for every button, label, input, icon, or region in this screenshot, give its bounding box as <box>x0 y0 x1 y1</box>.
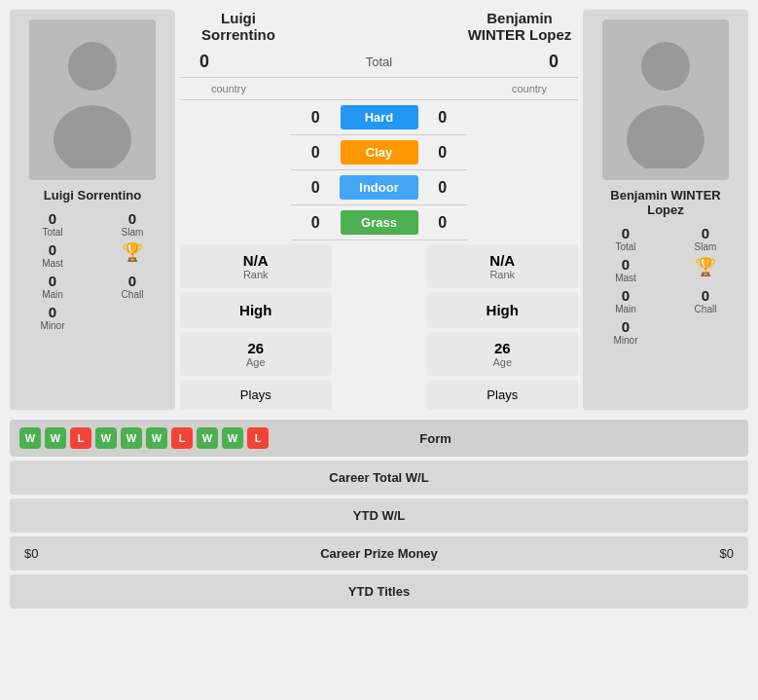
surface-score-left-2: 0 <box>291 179 340 197</box>
total-row: 0 Total 0 <box>180 47 578 78</box>
right-player-card: Benjamin WINTER Lopez 0 Total 0 Slam 0 M… <box>583 10 748 410</box>
form-badge-1: W <box>45 427 66 449</box>
surface-btn-clay[interactable]: Clay <box>341 140 418 165</box>
form-label: Form <box>419 431 451 446</box>
left-stat-minor: 0 Minor <box>18 304 88 331</box>
surface-score-left-0: 0 <box>291 109 340 127</box>
form-badge-8: W <box>222 427 243 449</box>
surface-row-hard: 0 Hard 0 <box>291 100 466 135</box>
form-badge-4: W <box>121 427 142 449</box>
right-rank-block: N/A Rank <box>427 244 579 288</box>
main-container: Luigi Sorrentino 0 Total 0 Slam 0 Mast 🏆 <box>0 0 758 622</box>
left-stat-chall: 0 Chall <box>97 273 167 300</box>
country-row: country country <box>180 78 578 100</box>
surface-row-indoor: 0 Indoor 0 <box>291 170 466 205</box>
left-stat-main: 0 Main <box>18 273 88 300</box>
surface-score-right-3: 0 <box>418 214 467 232</box>
form-badge-2: L <box>70 427 91 449</box>
bottom-stat-label-3: YTD Titles <box>102 584 656 599</box>
bottom-stat-row-3: YTD Titles <box>10 574 748 608</box>
left-trophy-icon: 🏆 <box>97 241 167 269</box>
surface-score-left-1: 0 <box>291 144 340 162</box>
surface-row-grass: 0 Grass 0 <box>291 205 466 240</box>
bottom-stat-row-2: $0 Career Prize Money $0 <box>10 536 748 571</box>
form-section: WWLWWWLWWL Form <box>10 420 748 457</box>
surface-score-right-0: 0 <box>418 109 467 127</box>
left-age-block: 26 Age <box>180 332 332 376</box>
right-plays-block: Plays <box>427 380 579 410</box>
bottom-stat-right-2: $0 <box>656 546 734 561</box>
bottom-stat-row-0: Career Total W/L <box>10 461 748 495</box>
form-badge-3: W <box>95 427 117 449</box>
bottom-stats: Career Total W/L YTD W/L $0 Career Prize… <box>10 461 748 608</box>
surface-row-clay: 0 Clay 0 <box>291 135 466 170</box>
bottom-stat-label-1: YTD W/L <box>102 508 656 523</box>
left-name-header: Luigi Sorrentino <box>180 10 297 43</box>
right-stat-minor: 0 Minor <box>591 318 661 346</box>
center-panel: Luigi Sorrentino Benjamin WINTER Lopez 0… <box>175 10 583 410</box>
right-stat-mast: 0 Mast <box>591 256 661 283</box>
right-stat-slam: 0 Slam <box>670 225 740 252</box>
total-label: Total <box>366 55 392 69</box>
comparison-section: Luigi Sorrentino 0 Total 0 Slam 0 Mast 🏆 <box>10 10 748 410</box>
form-badge-0: W <box>19 427 41 449</box>
left-stat-total: 0 Total <box>18 210 88 238</box>
right-stat-main: 0 Main <box>591 287 661 314</box>
left-player-card: Luigi Sorrentino 0 Total 0 Slam 0 Mast 🏆 <box>10 10 175 410</box>
left-country: country <box>180 83 277 94</box>
right-player-avatar <box>602 19 729 180</box>
right-player-name: Benjamin WINTER Lopez <box>591 188 740 217</box>
surface-score-left-3: 0 <box>291 214 340 232</box>
bottom-stat-label-2: Career Prize Money <box>102 546 656 561</box>
surface-score-right-2: 0 <box>418 179 467 197</box>
surface-btn-hard[interactable]: Hard <box>341 105 418 129</box>
right-stat-chall: 0 Chall <box>670 287 740 314</box>
surface-score-right-1: 0 <box>418 144 467 162</box>
high-row: High High <box>180 292 578 328</box>
svg-point-3 <box>627 105 704 168</box>
svg-point-1 <box>54 105 131 168</box>
left-plays-block: Plays <box>180 380 332 410</box>
bottom-stat-row-1: YTD W/L <box>10 498 748 533</box>
rank-high-row: N/A Rank N/A Rank <box>180 244 578 288</box>
bottom-stat-label-0: Career Total W/L <box>102 470 656 485</box>
age-row: 26 Age 26 Age <box>180 332 578 376</box>
surface-btn-grass[interactable]: Grass <box>341 210 418 235</box>
right-player-stats: 0 Total 0 Slam 0 Mast 🏆 0 Main <box>591 225 740 346</box>
right-name-header: Benjamin WINTER Lopez <box>461 10 578 43</box>
total-score-left: 0 <box>180 52 229 72</box>
left-high-block: High <box>180 292 332 328</box>
form-badges: WWLWWWLWWL <box>19 427 269 449</box>
left-player-stats: 0 Total 0 Slam 0 Mast 🏆 0 Main <box>18 210 167 331</box>
left-stat-slam: 0 Slam <box>97 210 167 238</box>
svg-point-2 <box>641 42 690 91</box>
surface-rows: 0 Hard 0 0 Clay 0 0 Indoor 0 0 Grass 0 <box>291 100 466 240</box>
form-badge-9: L <box>247 427 269 449</box>
right-stat-total: 0 Total <box>591 225 661 252</box>
form-badge-5: W <box>146 427 167 449</box>
left-player-name: Luigi Sorrentino <box>44 188 141 203</box>
right-age-block: 26 Age <box>427 332 579 376</box>
plays-row: Plays Plays <box>180 380 578 410</box>
right-high-block: High <box>427 292 579 328</box>
surface-btn-indoor[interactable]: Indoor <box>340 175 417 200</box>
left-player-avatar <box>29 19 156 180</box>
bottom-stat-left-2: $0 <box>24 546 102 561</box>
right-trophy-icon: 🏆 <box>670 256 740 283</box>
total-score-right: 0 <box>529 52 578 72</box>
form-badge-6: L <box>171 427 193 449</box>
left-rank-block: N/A Rank <box>180 244 332 288</box>
left-stat-mast: 0 Mast <box>18 241 88 269</box>
right-country: country <box>481 83 578 94</box>
form-badge-7: W <box>197 427 218 449</box>
svg-point-0 <box>68 42 117 91</box>
